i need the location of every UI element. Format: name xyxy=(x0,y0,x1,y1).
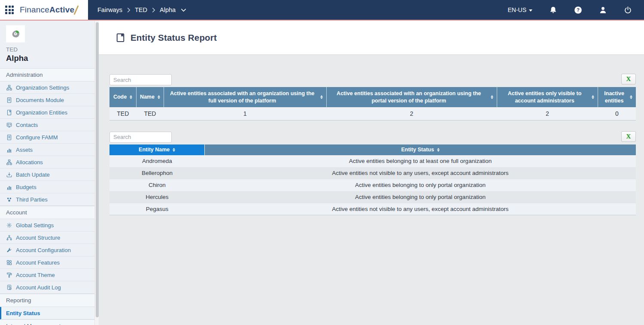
organization-table-head: CodeNameActive entities associated with … xyxy=(109,87,636,107)
language-selector[interactable]: EN-US xyxy=(507,6,532,13)
entity-table-body: AndromedaActive entities belonging to at… xyxy=(109,155,636,215)
logout-power-icon[interactable] xyxy=(623,6,632,14)
sidebar-item-account-audit-log[interactable]: Account Audit Log xyxy=(0,281,94,294)
column-header-name[interactable]: Name xyxy=(137,87,164,107)
column-header-content: Entity Status xyxy=(208,146,632,153)
table-cell: 2 xyxy=(497,107,598,120)
sort-up-arrow xyxy=(437,148,440,150)
table-cell: Active entities belonging to at least on… xyxy=(205,155,636,167)
entity-status-table: Entity NameEntity Status AndromedaActive… xyxy=(109,144,636,216)
app-grid-icon[interactable] xyxy=(5,6,14,14)
column-header-label: Code xyxy=(113,93,127,101)
sidebar-item-budgets[interactable]: Budgets xyxy=(0,181,94,193)
document-icon xyxy=(6,134,12,140)
table-row: PegasusActive entities not visible to an… xyxy=(109,203,636,215)
sidebar-item-account-features[interactable]: Account Features xyxy=(0,256,94,269)
column-header-label: Entity Status xyxy=(401,146,434,153)
sidebar-item-allocations[interactable]: Allocations xyxy=(0,156,94,169)
sidebar-item-entity-status[interactable]: Entity Status xyxy=(0,307,94,319)
sort-down-arrow xyxy=(437,150,440,152)
column-header-entity-name[interactable]: Entity Name xyxy=(109,144,205,155)
chart-icon xyxy=(6,147,12,153)
brand-slash-icon xyxy=(74,5,79,15)
chart-icon xyxy=(6,184,12,190)
sidebar-item-label: Batch Update xyxy=(16,172,50,178)
table-cell: Active entities belonging to only portal… xyxy=(205,191,636,203)
sort-down-arrow xyxy=(491,97,493,99)
sidebar-item-third-parties[interactable]: Third Parties xyxy=(0,193,94,206)
sort-down-arrow xyxy=(592,97,594,99)
notifications-bell-icon[interactable] xyxy=(549,6,557,14)
sidebar-scrollbar-track[interactable] xyxy=(94,21,99,325)
structure-icon xyxy=(6,235,12,241)
column-header-active-entities-only-visible-to-account-[interactable]: Active entities only visible to account … xyxy=(497,87,598,107)
chevron-right-icon xyxy=(127,7,131,13)
roller-icon xyxy=(6,272,12,278)
main-area: Entity Status Report X CodeNameActive en… xyxy=(99,21,644,325)
table-cell: Active entities not visible to any users… xyxy=(205,203,636,215)
sort-icon[interactable] xyxy=(592,95,594,99)
entity-table-export-excel-button[interactable]: X xyxy=(621,131,636,142)
table-row: TEDTED1220 xyxy=(109,107,636,120)
sort-icon[interactable] xyxy=(630,95,632,99)
sidebar-item-contacts[interactable]: Contacts xyxy=(0,119,94,131)
sidebar-item-organization-settings[interactable]: Organization Settings xyxy=(0,81,94,94)
table-cell: Chiron xyxy=(109,179,205,191)
chevron-down-icon[interactable] xyxy=(181,8,186,12)
sidebar-item-assets[interactable]: Assets xyxy=(0,144,94,156)
column-header-code[interactable]: Code xyxy=(109,87,137,107)
sidebar-item-label: Organization Entities xyxy=(16,109,67,116)
column-header-inactive-entities[interactable]: Inactive entities xyxy=(598,87,636,107)
column-header-label: Active entities associated with an organ… xyxy=(167,90,317,105)
column-header-active-entities-associated-with-an-organ[interactable]: Active entities associated with an organ… xyxy=(326,87,497,107)
sidebar-item-documents-module[interactable]: Documents Module xyxy=(0,94,94,106)
column-header-content: Entity Name xyxy=(113,146,201,153)
sort-icon[interactable] xyxy=(173,148,175,152)
entity-table-head: Entity NameEntity Status xyxy=(109,144,636,155)
sidebar-item-global-settings[interactable]: Global Settings xyxy=(0,219,94,232)
entity-table-card: X Entity NameEntity Status AndromedaActi… xyxy=(109,132,636,216)
sidebar-scrollbar-thumb[interactable] xyxy=(96,22,99,317)
sort-icon[interactable] xyxy=(491,95,493,99)
sidebar-item-label: Documents Module xyxy=(16,97,64,103)
table-cell: 1 xyxy=(164,107,326,120)
column-header-entity-status[interactable]: Entity Status xyxy=(205,144,636,155)
entity-table-toolbar: X xyxy=(109,132,636,144)
sidebar-item-batch-update[interactable]: Batch Update xyxy=(0,169,94,181)
table-cell: TED xyxy=(137,107,164,120)
sidebar-item-organization-entities[interactable]: Organization Entities xyxy=(0,106,94,119)
sidebar-item-label: Entity Status xyxy=(6,310,40,316)
column-header-active-entities-associated-with-an-organ[interactable]: Active entities associated with an organ… xyxy=(164,87,326,107)
sort-icon[interactable] xyxy=(130,95,132,99)
user-profile-icon[interactable] xyxy=(598,6,607,14)
sidebar-item-account-structure[interactable]: Account Structure xyxy=(0,232,94,244)
column-header-content: Active entities only visible to account … xyxy=(501,90,594,105)
excel-icon: X xyxy=(626,75,631,83)
sort-icon[interactable] xyxy=(437,148,440,152)
sort-icon[interactable] xyxy=(320,95,323,99)
column-header-content: Inactive entities xyxy=(601,90,632,105)
sidebar-item-account-theme[interactable]: Account Theme xyxy=(0,269,94,281)
entity-table-search-input[interactable] xyxy=(109,132,172,143)
table-row: ChironActive entities belonging to only … xyxy=(109,179,636,191)
sidebar-item-configure-famm[interactable]: Configure FAMM xyxy=(0,131,94,144)
gear-icon xyxy=(6,222,12,228)
logo-panel: FinanceActive xyxy=(0,0,88,20)
breadcrumb-item-alpha[interactable]: Alpha xyxy=(160,6,176,13)
breadcrumb-item-ted[interactable]: TED xyxy=(135,6,147,13)
page-header: Entity Status Report xyxy=(99,21,644,55)
sort-up-arrow xyxy=(491,95,493,97)
sidebar-item-label: Assets xyxy=(16,147,33,153)
book-icon xyxy=(6,109,12,115)
brand-logo[interactable]: FinanceActive xyxy=(20,5,77,15)
sort-icon[interactable] xyxy=(158,95,160,99)
brand-logo-regular: Finance xyxy=(20,5,49,15)
table-cell: TED xyxy=(109,107,137,120)
breadcrumb-item-fairways[interactable]: Fairways xyxy=(97,6,122,13)
organization-table-search-input[interactable] xyxy=(109,74,172,85)
organization-table-export-excel-button[interactable]: X xyxy=(621,74,636,84)
sidebar-item-account-configuration[interactable]: Account Configuration xyxy=(0,244,94,256)
help-icon[interactable]: ? xyxy=(574,6,582,14)
sort-up-arrow xyxy=(630,95,632,97)
chevron-right-icon xyxy=(152,7,155,13)
